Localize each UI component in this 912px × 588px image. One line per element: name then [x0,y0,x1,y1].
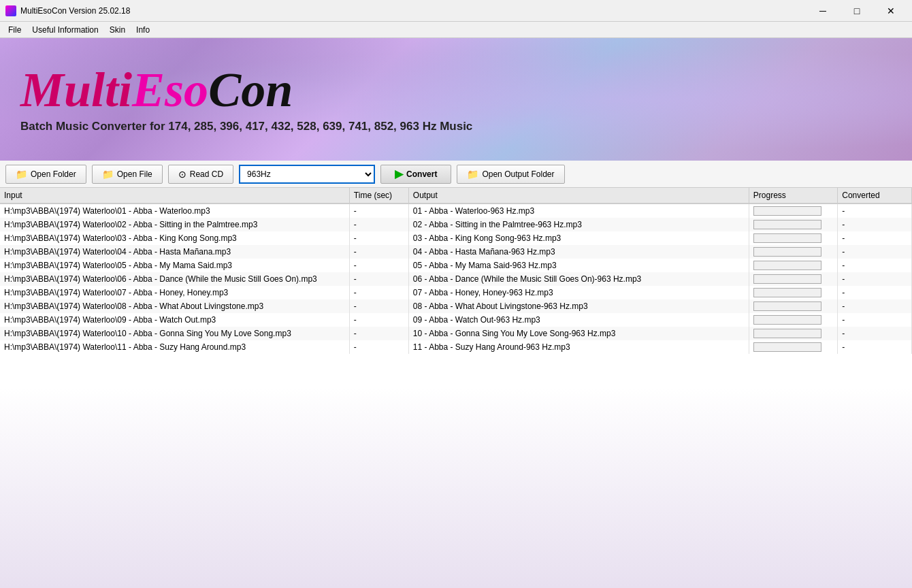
cell-output: 08 - Abba - What About Livingstone-963 H… [408,299,749,313]
cell-input: H:\mp3\ABBA\(1974) Waterloo\09 - Abba - … [0,313,349,327]
cell-converted: - [838,299,912,313]
cell-progress [749,299,837,313]
logo-eso: Eso [132,63,208,117]
cell-progress [749,340,837,354]
col-time: Time (sec) [349,188,408,203]
cell-output: 02 - Abba - Sitting in the Palmtree-963 … [408,218,749,231]
cell-time: - [349,203,408,218]
file-icon: 📁 [102,169,114,180]
menu-info[interactable]: Info [131,22,155,37]
progress-bar-outer [753,261,821,270]
cell-progress [749,286,837,299]
table-row: H:\mp3\ABBA\(1974) Waterloo\04 - Abba - … [0,245,912,259]
progress-bar-outer [753,220,821,229]
bottom-area [0,388,912,588]
cell-converted: - [838,218,912,231]
cell-converted: - [838,203,912,218]
cd-icon: ⊙ [178,169,186,180]
table-row: H:\mp3\ABBA\(1974) Waterloo\01 - Abba - … [0,203,912,218]
cell-output: 05 - Abba - My Mama Said-963 Hz.mp3 [408,259,749,272]
table-row: H:\mp3\ABBA\(1974) Waterloo\07 - Abba - … [0,286,912,299]
cell-converted: - [838,286,912,299]
convert-button[interactable]: ▶ Convert [380,165,451,184]
logo-multi: Multi [20,63,132,117]
progress-bar-outer [753,206,821,216]
app-icon [5,5,16,16]
cell-output: 01 - Abba - Waterloo-963 Hz.mp3 [408,203,749,218]
cell-input: H:\mp3\ABBA\(1974) Waterloo\04 - Abba - … [0,245,349,259]
close-button[interactable]: ✕ [875,0,907,22]
cell-progress [749,245,837,259]
cell-input: H:\mp3\ABBA\(1974) Waterloo\03 - Abba - … [0,231,349,245]
data-table: Input Time (sec) Output Progress Convert… [0,188,912,354]
col-output: Output [408,188,749,203]
table-row: H:\mp3\ABBA\(1974) Waterloo\05 - Abba - … [0,259,912,272]
table-row: H:\mp3\ABBA\(1974) Waterloo\03 - Abba - … [0,231,912,245]
table-row: H:\mp3\ABBA\(1974) Waterloo\02 - Abba - … [0,218,912,231]
cell-time: - [349,272,408,286]
cell-progress [749,313,837,327]
progress-bar-outer [753,329,821,338]
progress-bar-outer [753,233,821,243]
data-table-container: Input Time (sec) Output Progress Convert… [0,188,912,388]
cell-time: - [349,340,408,354]
open-folder-label: Open Folder [31,169,76,179]
cell-converted: - [838,245,912,259]
menu-skin[interactable]: Skin [104,22,131,37]
cell-converted: - [838,272,912,286]
cell-time: - [349,259,408,272]
open-file-button[interactable]: 📁 Open File [92,165,163,184]
minimize-button[interactable]: ─ [807,0,838,22]
cell-converted: - [838,327,912,340]
cell-input: H:\mp3\ABBA\(1974) Waterloo\11 - Abba - … [0,340,349,354]
cell-time: - [349,218,408,231]
cell-progress [749,218,837,231]
cell-output: 03 - Abba - King Kong Song-963 Hz.mp3 [408,231,749,245]
open-file-label: Open File [117,169,152,179]
window-controls: ─ □ ✕ [807,0,907,22]
open-output-folder-button[interactable]: 📁 Open Output Folder [457,165,564,184]
folder-icon: 📁 [16,169,27,180]
banner: MultiEsoCon Batch Music Converter for 17… [0,38,912,161]
cell-output: 11 - Abba - Suzy Hang Around-963 Hz.mp3 [408,340,749,354]
title-bar: MultiEsoCon Version 25.02.18 ─ □ ✕ [0,0,912,22]
menu-useful-information[interactable]: Useful Information [27,22,103,37]
cell-converted: - [838,259,912,272]
table-row: H:\mp3\ABBA\(1974) Waterloo\08 - Abba - … [0,299,912,313]
cell-time: - [349,313,408,327]
app-tagline: Batch Music Converter for 174, 285, 396,… [20,120,912,133]
menu-file[interactable]: File [3,22,27,37]
cell-converted: - [838,340,912,354]
cell-output: 04 - Abba - Hasta Mañana-963 Hz.mp3 [408,245,749,259]
table-row: H:\mp3\ABBA\(1974) Waterloo\06 - Abba - … [0,272,912,286]
toolbar: 📁 Open Folder 📁 Open File ⊙ Read CD 174H… [0,161,912,188]
progress-bar-outer [753,315,821,325]
col-progress: Progress [749,188,837,203]
col-converted: Converted [838,188,912,203]
frequency-select[interactable]: 174Hz285Hz396Hz417Hz432Hz528Hz639Hz741Hz… [239,165,375,184]
cell-time: - [349,231,408,245]
cell-output: 10 - Abba - Gonna Sing You My Love Song-… [408,327,749,340]
open-folder-button[interactable]: 📁 Open Folder [5,165,86,184]
table-body: H:\mp3\ABBA\(1974) Waterloo\01 - Abba - … [0,203,912,354]
play-icon: ▶ [395,167,403,180]
cell-output: 07 - Abba - Honey, Honey-963 Hz.mp3 [408,286,749,299]
read-cd-button[interactable]: ⊙ Read CD [168,165,233,184]
cell-input: H:\mp3\ABBA\(1974) Waterloo\10 - Abba - … [0,327,349,340]
convert-label: Convert [406,169,437,179]
cell-input: H:\mp3\ABBA\(1974) Waterloo\07 - Abba - … [0,286,349,299]
cell-input: H:\mp3\ABBA\(1974) Waterloo\01 - Abba - … [0,203,349,218]
window-title: MultiEsoCon Version 25.02.18 [20,6,807,16]
cell-output: 09 - Abba - Watch Out-963 Hz.mp3 [408,313,749,327]
main-content: MultiEsoCon Batch Music Converter for 17… [0,38,912,588]
read-cd-label: Read CD [190,169,223,179]
cell-progress [749,272,837,286]
cell-converted: - [838,231,912,245]
output-folder-icon: 📁 [467,169,478,180]
progress-bar-outer [753,274,821,284]
table-row: H:\mp3\ABBA\(1974) Waterloo\09 - Abba - … [0,313,912,327]
restore-button[interactable]: □ [841,0,873,22]
progress-bar-outer [753,247,821,257]
cell-input: H:\mp3\ABBA\(1974) Waterloo\06 - Abba - … [0,272,349,286]
table-row: H:\mp3\ABBA\(1974) Waterloo\10 - Abba - … [0,327,912,340]
